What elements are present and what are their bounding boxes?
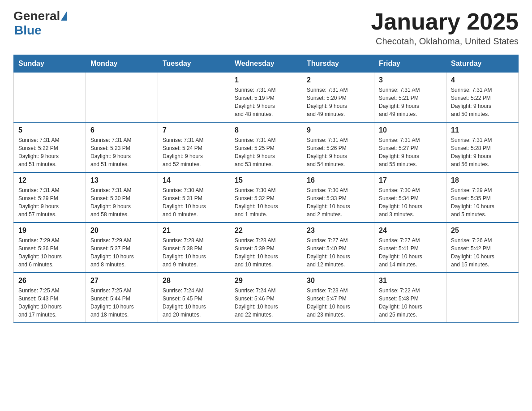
title-section: January 2025 Checotah, Oklahoma, United …: [371, 9, 519, 47]
logo-blue-text: Blue: [14, 23, 42, 38]
calendar-cell: 23Sunrise: 7:27 AM Sunset: 5:40 PM Dayli…: [302, 223, 374, 273]
day-number: 31: [379, 277, 442, 285]
day-number: 22: [235, 227, 297, 235]
calendar-week-row: 12Sunrise: 7:31 AM Sunset: 5:29 PM Dayli…: [14, 172, 519, 223]
day-info: Sunrise: 7:31 AM Sunset: 5:22 PM Dayligh…: [451, 86, 514, 118]
calendar-cell: [14, 73, 86, 123]
calendar-cell: 16Sunrise: 7:30 AM Sunset: 5:33 PM Dayli…: [302, 172, 374, 223]
day-info: Sunrise: 7:25 AM Sunset: 5:43 PM Dayligh…: [18, 287, 81, 319]
day-number: 28: [163, 277, 225, 285]
calendar-cell: 8Sunrise: 7:31 AM Sunset: 5:25 PM Daylig…: [230, 122, 302, 172]
day-number: 7: [163, 126, 225, 134]
calendar-cell: 12Sunrise: 7:31 AM Sunset: 5:29 PM Dayli…: [14, 172, 86, 223]
calendar-cell: 1Sunrise: 7:31 AM Sunset: 5:19 PM Daylig…: [230, 73, 302, 123]
day-info: Sunrise: 7:31 AM Sunset: 5:21 PM Dayligh…: [379, 86, 442, 118]
day-number: 27: [90, 277, 153, 285]
day-info: Sunrise: 7:22 AM Sunset: 5:48 PM Dayligh…: [379, 287, 442, 319]
calendar-cell: 10Sunrise: 7:31 AM Sunset: 5:27 PM Dayli…: [374, 122, 446, 172]
day-info: Sunrise: 7:31 AM Sunset: 5:24 PM Dayligh…: [163, 136, 225, 168]
day-number: 23: [307, 227, 369, 235]
day-number: 3: [379, 76, 442, 84]
day-number: 9: [307, 126, 369, 134]
day-number: 21: [163, 227, 225, 235]
day-info: Sunrise: 7:29 AM Sunset: 5:36 PM Dayligh…: [18, 236, 81, 269]
day-number: 29: [235, 277, 297, 285]
calendar-cell: 18Sunrise: 7:29 AM Sunset: 5:35 PM Dayli…: [446, 172, 519, 223]
day-number: 19: [18, 227, 81, 235]
day-number: 25: [451, 227, 514, 235]
logo: General Blue: [13, 9, 67, 38]
calendar-header-row: SundayMondayTuesdayWednesdayThursdayFrid…: [14, 55, 519, 73]
calendar-cell: 19Sunrise: 7:29 AM Sunset: 5:36 PM Dayli…: [14, 223, 86, 273]
page-header: General Blue January 2025 Checotah, Okla…: [13, 9, 519, 47]
calendar-cell: 28Sunrise: 7:24 AM Sunset: 5:45 PM Dayli…: [158, 273, 230, 323]
day-number: 30: [307, 277, 369, 285]
calendar-cell: 6Sunrise: 7:31 AM Sunset: 5:23 PM Daylig…: [86, 122, 158, 172]
calendar-cell: 2Sunrise: 7:31 AM Sunset: 5:20 PM Daylig…: [302, 73, 374, 123]
calendar-cell: 31Sunrise: 7:22 AM Sunset: 5:48 PM Dayli…: [374, 273, 446, 323]
day-info: Sunrise: 7:31 AM Sunset: 5:28 PM Dayligh…: [451, 136, 514, 168]
day-of-week-header: Wednesday: [230, 55, 302, 73]
day-info: Sunrise: 7:31 AM Sunset: 5:30 PM Dayligh…: [90, 186, 153, 218]
day-info: Sunrise: 7:24 AM Sunset: 5:46 PM Dayligh…: [235, 287, 297, 319]
day-info: Sunrise: 7:25 AM Sunset: 5:44 PM Dayligh…: [90, 287, 153, 319]
calendar-cell: 25Sunrise: 7:26 AM Sunset: 5:42 PM Dayli…: [446, 223, 519, 273]
day-of-week-header: Saturday: [446, 55, 519, 73]
day-info: Sunrise: 7:24 AM Sunset: 5:45 PM Dayligh…: [163, 287, 225, 319]
calendar-cell: 13Sunrise: 7:31 AM Sunset: 5:30 PM Dayli…: [86, 172, 158, 223]
day-info: Sunrise: 7:31 AM Sunset: 5:25 PM Dayligh…: [235, 136, 297, 168]
day-number: 18: [451, 176, 514, 184]
day-number: 12: [18, 176, 81, 184]
calendar-cell: 4Sunrise: 7:31 AM Sunset: 5:22 PM Daylig…: [446, 73, 519, 123]
day-number: 14: [163, 176, 225, 184]
day-info: Sunrise: 7:30 AM Sunset: 5:31 PM Dayligh…: [163, 186, 225, 218]
calendar-table: SundayMondayTuesdayWednesdayThursdayFrid…: [13, 55, 519, 323]
day-info: Sunrise: 7:30 AM Sunset: 5:32 PM Dayligh…: [235, 186, 297, 218]
calendar-cell: 29Sunrise: 7:24 AM Sunset: 5:46 PM Dayli…: [230, 273, 302, 323]
day-number: 1: [235, 76, 297, 84]
day-info: Sunrise: 7:31 AM Sunset: 5:19 PM Dayligh…: [235, 86, 297, 118]
day-number: 2: [307, 76, 369, 84]
calendar-cell: 11Sunrise: 7:31 AM Sunset: 5:28 PM Dayli…: [446, 122, 519, 172]
calendar-cell: 27Sunrise: 7:25 AM Sunset: 5:44 PM Dayli…: [86, 273, 158, 323]
calendar-week-row: 1Sunrise: 7:31 AM Sunset: 5:19 PM Daylig…: [14, 73, 519, 123]
calendar-cell: 5Sunrise: 7:31 AM Sunset: 5:22 PM Daylig…: [14, 122, 86, 172]
day-info: Sunrise: 7:27 AM Sunset: 5:40 PM Dayligh…: [307, 236, 369, 269]
calendar-cell: 17Sunrise: 7:30 AM Sunset: 5:34 PM Dayli…: [374, 172, 446, 223]
day-info: Sunrise: 7:27 AM Sunset: 5:41 PM Dayligh…: [379, 236, 442, 269]
day-info: Sunrise: 7:28 AM Sunset: 5:38 PM Dayligh…: [163, 236, 225, 269]
calendar-week-row: 19Sunrise: 7:29 AM Sunset: 5:36 PM Dayli…: [14, 223, 519, 273]
calendar-cell: 15Sunrise: 7:30 AM Sunset: 5:32 PM Dayli…: [230, 172, 302, 223]
calendar-week-row: 5Sunrise: 7:31 AM Sunset: 5:22 PM Daylig…: [14, 122, 519, 172]
calendar-cell: 14Sunrise: 7:30 AM Sunset: 5:31 PM Dayli…: [158, 172, 230, 223]
day-of-week-header: Thursday: [302, 55, 374, 73]
calendar-cell: 9Sunrise: 7:31 AM Sunset: 5:26 PM Daylig…: [302, 122, 374, 172]
day-info: Sunrise: 7:31 AM Sunset: 5:26 PM Dayligh…: [307, 136, 369, 168]
month-title: January 2025: [371, 9, 519, 34]
day-info: Sunrise: 7:31 AM Sunset: 5:27 PM Dayligh…: [379, 136, 442, 168]
day-info: Sunrise: 7:28 AM Sunset: 5:39 PM Dayligh…: [235, 236, 297, 269]
day-info: Sunrise: 7:31 AM Sunset: 5:20 PM Dayligh…: [307, 86, 369, 118]
day-number: 26: [18, 277, 81, 285]
calendar-cell: 26Sunrise: 7:25 AM Sunset: 5:43 PM Dayli…: [14, 273, 86, 323]
day-number: 15: [235, 176, 297, 184]
day-number: 20: [90, 227, 153, 235]
calendar-cell: [446, 273, 519, 323]
day-info: Sunrise: 7:30 AM Sunset: 5:33 PM Dayligh…: [307, 186, 369, 218]
calendar-cell: 3Sunrise: 7:31 AM Sunset: 5:21 PM Daylig…: [374, 73, 446, 123]
calendar-cell: 30Sunrise: 7:23 AM Sunset: 5:47 PM Dayli…: [302, 273, 374, 323]
day-number: 11: [451, 126, 514, 134]
day-number: 5: [18, 126, 81, 134]
calendar-cell: [158, 73, 230, 123]
day-of-week-header: Monday: [86, 55, 158, 73]
day-info: Sunrise: 7:31 AM Sunset: 5:23 PM Dayligh…: [90, 136, 153, 168]
calendar-cell: 21Sunrise: 7:28 AM Sunset: 5:38 PM Dayli…: [158, 223, 230, 273]
day-info: Sunrise: 7:31 AM Sunset: 5:22 PM Dayligh…: [18, 136, 81, 168]
calendar-cell: 20Sunrise: 7:29 AM Sunset: 5:37 PM Dayli…: [86, 223, 158, 273]
calendar-cell: 22Sunrise: 7:28 AM Sunset: 5:39 PM Dayli…: [230, 223, 302, 273]
day-number: 13: [90, 176, 153, 184]
day-number: 24: [379, 227, 442, 235]
day-number: 4: [451, 76, 514, 84]
day-number: 17: [379, 176, 442, 184]
day-info: Sunrise: 7:30 AM Sunset: 5:34 PM Dayligh…: [379, 186, 442, 218]
